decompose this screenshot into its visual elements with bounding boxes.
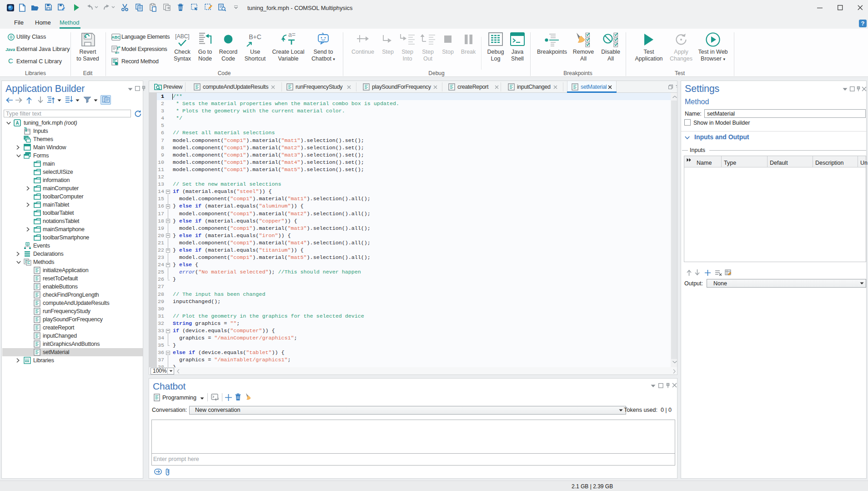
svg-text:a=: a= — [115, 51, 119, 54]
svg-text:A: A — [15, 121, 19, 126]
svg-text:ABC: ABC — [111, 35, 120, 40]
svg-text:a=: a= — [288, 31, 296, 38]
